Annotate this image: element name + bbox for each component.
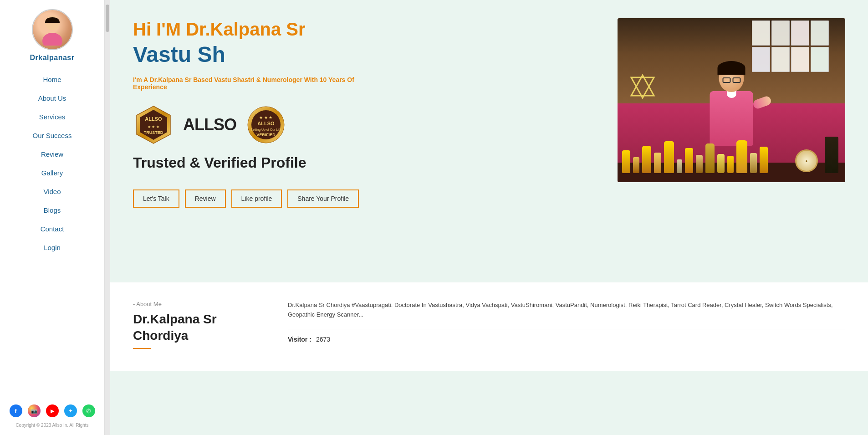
svg-point-1 [42, 33, 62, 46]
site-name: Drkalpanasr [30, 54, 75, 62]
trusted-verified-text: Trusted & Verified Profile [133, 154, 388, 171]
svg-text:Setting Up of Our Life: Setting Up of Our Life [250, 128, 281, 132]
hero-subtitle: I'm A Dr.Kalpana Sr Based Vastu Shastri … [133, 76, 388, 91]
hero-section: Hi I'M Dr.Kalpana Sr Vastu Sh I'm A Dr.K… [110, 0, 868, 282]
avatar [32, 9, 73, 50]
svg-text:TRUSTED: TRUSTED [144, 130, 163, 135]
main-content: Hi I'M Dr.Kalpana Sr Vastu Sh I'm A Dr.K… [110, 0, 868, 435]
about-label: - About Me [133, 301, 270, 307]
avatar-image [33, 10, 72, 49]
visitor-label: Visitor : [288, 336, 311, 343]
svg-text:ALLSO: ALLSO [145, 116, 162, 122]
svg-text:VERIFIED: VERIFIED [256, 133, 276, 137]
lets-talk-button[interactable]: Let's Talk [133, 189, 179, 208]
visitor-row: Visitor : 2673 [288, 329, 845, 343]
scrollbar-thumb[interactable] [106, 5, 109, 32]
sidebar-nav: Home About Us Services Our Success Revie… [0, 70, 104, 257]
scrollbar[interactable] [105, 0, 110, 435]
hero-subtitle-before: I'm A Dr.Kalpana Sr Based Vastu Shastri … [133, 76, 320, 83]
sidebar-item-services[interactable]: Services [0, 107, 104, 126]
hero-name: Dr.Kalpana Sr [186, 19, 305, 39]
svg-marker-14 [631, 77, 654, 98]
sidebar-item-review[interactable]: Review [0, 145, 104, 164]
whatsapp-icon[interactable]: ✆ [82, 404, 95, 417]
visitor-count: 2673 [316, 336, 330, 343]
about-name: Dr.Kalpana Sr Chordiya [133, 311, 270, 344]
about-left: - About Me Dr.Kalpana Sr Chordiya [133, 301, 270, 353]
hero-years: 10 Years [320, 76, 346, 83]
twitter-icon[interactable]: ✦ [64, 404, 77, 417]
facebook-icon[interactable]: f [10, 404, 22, 417]
about-section: - About Me Dr.Kalpana Sr Chordiya Dr.Kal… [110, 282, 868, 371]
social-icons: f 📷 ▶ ✦ ✆ [10, 396, 95, 421]
instagram-icon[interactable]: 📷 [28, 404, 41, 417]
allso-text-logo: ALLSO [183, 115, 236, 134]
sidebar-item-contact[interactable]: Contact [0, 220, 104, 238]
action-buttons: Let's Talk Review Like profile Share You… [133, 189, 388, 208]
sidebar-item-video[interactable]: Video [0, 182, 104, 201]
hero-title: Vastu Sh [133, 42, 388, 67]
about-right: Dr.Kalpana Sr Chordiya #Vaastupragati. D… [288, 301, 845, 343]
allso-trusted-badge: ALLSO ★ ★ ★ TRUSTED [133, 104, 174, 145]
about-divider [133, 348, 151, 349]
like-profile-button[interactable]: Like profile [231, 189, 282, 208]
svg-text:ALLSO: ALLSO [257, 121, 275, 126]
sidebar: Drkalpanasr Home About Us Services Our S… [0, 0, 105, 435]
allso-verified-badge: ★ ★ ★ ALLSO Setting Up of Our Life VERIF… [245, 104, 286, 145]
copyright-text: Copyright © 2023 Allso In. All Rights [15, 423, 88, 430]
hero-greeting-text: Hi I'M [133, 19, 186, 39]
hero-greeting: Hi I'M Dr.Kalpana Sr [133, 18, 388, 40]
sidebar-item-blogs[interactable]: Blogs [0, 201, 104, 220]
sidebar-item-login[interactable]: Login [0, 238, 104, 257]
svg-marker-13 [631, 75, 654, 96]
youtube-icon[interactable]: ▶ [46, 404, 59, 417]
sidebar-item-success[interactable]: Our Success [0, 126, 104, 145]
badges-row: ALLSO ★ ★ ★ TRUSTED ALLSO [133, 104, 388, 145]
sidebar-item-about[interactable]: About Us [0, 89, 104, 107]
svg-text:★ ★ ★: ★ ★ ★ [259, 115, 272, 120]
sidebar-item-gallery[interactable]: Gallery [0, 164, 104, 182]
sidebar-item-home[interactable]: Home [0, 70, 104, 89]
about-name-line2: Chordiya [133, 328, 188, 343]
share-profile-button[interactable]: Share Your Profile [287, 189, 359, 208]
hero-text: Hi I'M Dr.Kalpana Sr Vastu Sh I'm A Dr.K… [133, 18, 388, 208]
about-name-line1: Dr.Kalpana Sr [133, 312, 217, 326]
about-description: Dr.Kalpana Sr Chordiya #Vaastupragati. D… [288, 301, 845, 320]
hero-image: ● [618, 18, 845, 182]
review-button[interactable]: Review [185, 189, 226, 208]
svg-text:★ ★ ★: ★ ★ ★ [148, 125, 159, 129]
